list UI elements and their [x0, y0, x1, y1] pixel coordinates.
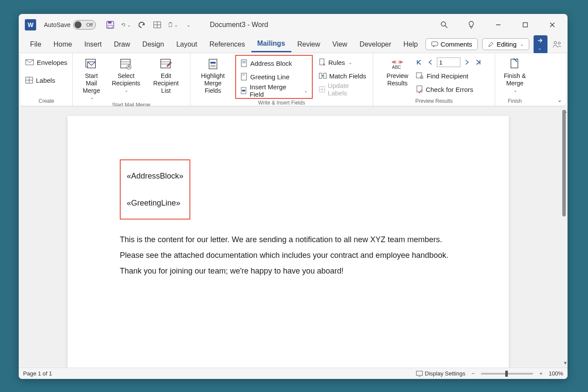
grid-icon[interactable]	[152, 20, 162, 30]
autosave-state: Off	[86, 22, 92, 27]
tab-design[interactable]: Design	[136, 37, 170, 52]
qat-more-icon[interactable]: ⌄	[184, 20, 193, 30]
status-bar: Page 1 of 1 Display Settings − + 100%	[19, 368, 568, 379]
svg-rect-6	[169, 23, 172, 27]
edit-recipient-list-button[interactable]: Edit Recipient List	[146, 56, 186, 95]
search-icon[interactable]	[439, 20, 449, 30]
find-recipient-button[interactable]: Find Recipient	[414, 69, 483, 82]
display-settings-icon[interactable]: Display Settings	[416, 370, 465, 377]
group-create-label: Create	[25, 97, 68, 106]
svg-text:≫: ≫	[398, 59, 403, 64]
preview-results-button[interactable]: ≪≫ABC Preview Results	[385, 56, 410, 88]
share-button[interactable]: ⌄	[534, 35, 547, 54]
tab-draw[interactable]: Draw	[108, 37, 136, 52]
vertical-scrollbar[interactable]	[561, 110, 567, 336]
group-start-mail-merge: Start Mail Merge⌄ Select Recipients⌄ Edi…	[73, 53, 190, 106]
match-fields-label: Match Fields	[329, 72, 366, 80]
tab-review[interactable]: Review	[291, 37, 326, 52]
prev-record-button[interactable]	[426, 57, 435, 67]
tab-mailings[interactable]: Mailings	[251, 36, 291, 52]
finish-merge-button[interactable]: Finish & Merge⌄	[502, 56, 528, 94]
redo-icon[interactable]	[137, 20, 146, 30]
svg-rect-54	[416, 73, 422, 78]
select-recipients-button[interactable]: Select Recipients⌄	[110, 56, 142, 94]
finish-merge-icon	[507, 57, 522, 71]
word-window: W AutoSave Off ⌄ ⌄	[19, 14, 568, 379]
svg-rect-46	[324, 73, 326, 78]
tab-file[interactable]: File	[24, 37, 47, 52]
right-tools: Comments Editing ⌄ ⌄	[426, 35, 562, 54]
body-paragraph-3[interactable]: Thank you for joining our team; we're ha…	[120, 263, 456, 279]
check-errors-button[interactable]: Check for Errors	[414, 83, 483, 96]
last-record-button[interactable]	[473, 57, 483, 67]
tab-view[interactable]: View	[326, 37, 353, 52]
svg-rect-45	[319, 73, 322, 78]
title-right-controls	[439, 20, 557, 30]
autosave-control: AutoSave Off	[44, 20, 96, 30]
document-page[interactable]: «AddressBlock» «GreetingLine» This is th…	[68, 116, 509, 368]
match-fields-button[interactable]: Match Fields	[317, 69, 368, 82]
tab-home[interactable]: Home	[47, 37, 78, 52]
tab-references[interactable]: References	[203, 37, 251, 52]
collapse-ribbon-button[interactable]: ⌄	[557, 96, 562, 103]
svg-rect-7	[170, 22, 171, 23]
envelopes-button[interactable]: Envelopes	[24, 56, 69, 69]
word-app-icon: W	[25, 19, 36, 30]
greeting-line-field[interactable]: «GreetingLine»	[127, 195, 183, 211]
autosave-toggle[interactable]: Off	[73, 20, 96, 30]
editing-mode-button[interactable]: Editing ⌄	[482, 38, 529, 50]
svg-rect-43	[242, 90, 245, 91]
update-labels-button: Update Labels	[317, 83, 368, 96]
paste-icon[interactable]: ⌄	[168, 20, 178, 30]
tab-developer[interactable]: Developer	[353, 37, 397, 52]
minimize-button[interactable]	[493, 20, 503, 30]
maximize-button[interactable]	[520, 20, 530, 30]
undo-icon[interactable]: ⌄	[121, 20, 131, 30]
edit-recipient-list-label: Edit Recipient List	[148, 72, 184, 94]
rules-button[interactable]: Rules⌄	[317, 56, 368, 69]
zoom-in-button[interactable]: +	[537, 370, 544, 377]
body-paragraph-2[interactable]: Please see the attached documentation wh…	[120, 247, 456, 263]
tab-insert[interactable]: Insert	[78, 37, 108, 52]
editing-label: Editing	[497, 41, 517, 48]
find-recipient-label: Find Recipient	[426, 72, 468, 80]
merge-fields-highlight: «AddressBlock» «GreetingLine»	[120, 159, 190, 220]
zoom-out-button[interactable]: −	[470, 370, 477, 377]
save-icon[interactable]	[105, 20, 115, 30]
close-button[interactable]	[547, 20, 557, 30]
record-number-input[interactable]	[437, 57, 460, 67]
select-recipients-label: Select Recipients	[112, 72, 140, 87]
zoom-level[interactable]: 100%	[549, 370, 563, 377]
address-block-button[interactable]: Address Block	[239, 57, 309, 70]
document-title: Document3 - Word	[210, 21, 268, 29]
svg-rect-1	[108, 21, 112, 24]
scroll-down-arrow[interactable]: ▾	[564, 360, 567, 366]
envelopes-label: Envelopes	[37, 59, 67, 66]
greeting-line-button[interactable]: Greeting Line	[239, 70, 309, 83]
preview-results-label: Preview Results	[387, 72, 409, 87]
svg-point-18	[558, 42, 561, 44]
first-record-button[interactable]	[414, 57, 424, 67]
address-block-field[interactable]: «AddressBlock»	[127, 168, 183, 184]
insert-merge-field-button[interactable]: Insert Merge Field ⌄	[239, 84, 309, 97]
svg-rect-37	[241, 60, 247, 67]
tab-help[interactable]: Help	[397, 37, 424, 52]
lightbulb-icon[interactable]	[466, 20, 476, 30]
zoom-slider[interactable]	[481, 373, 533, 375]
document-area: «AddressBlock» «GreetingLine» This is th…	[19, 106, 568, 368]
next-record-button[interactable]	[462, 57, 472, 67]
start-mail-merge-button[interactable]: Start Mail Merge⌄	[77, 56, 106, 101]
page-indicator[interactable]: Page 1 of 1	[23, 370, 52, 377]
tab-layout[interactable]: Layout	[170, 37, 203, 52]
collaborate-icon[interactable]	[552, 39, 562, 50]
display-settings-label: Display Settings	[425, 370, 465, 377]
rules-label: Rules	[328, 59, 345, 66]
highlight-merge-fields-button[interactable]: Highlight Merge Fields	[195, 56, 231, 95]
quick-access-toolbar: ⌄ ⌄ ⌄	[105, 20, 193, 30]
comments-button[interactable]: Comments	[426, 38, 478, 50]
labels-button[interactable]: Labels	[24, 74, 69, 87]
zoom-slider-thumb[interactable]	[505, 371, 508, 377]
group-finish: Finish & Merge⌄ Finish	[495, 53, 534, 106]
scrollbar-thumb[interactable]	[562, 110, 566, 216]
body-paragraph-1[interactable]: This is the content for our letter. We a…	[120, 232, 456, 247]
